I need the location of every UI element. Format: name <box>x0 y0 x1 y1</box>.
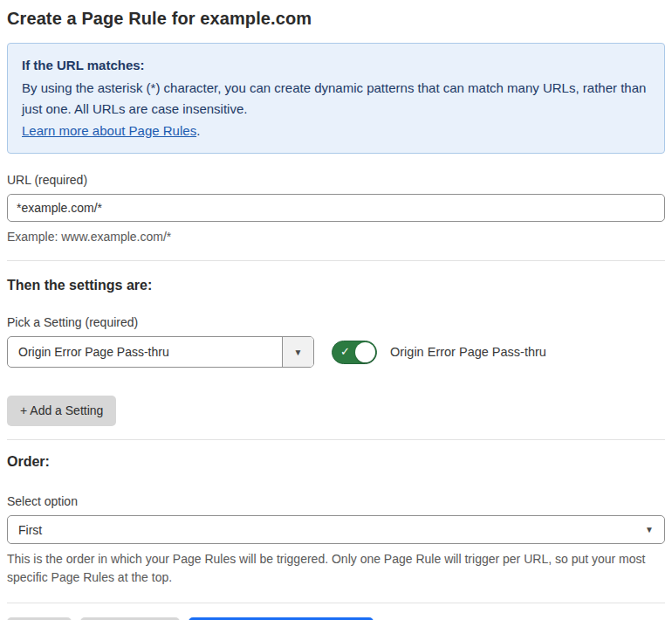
select-option-label: Select option <box>7 494 665 508</box>
page-rule-form: Create a Page Rule for example.com If th… <box>0 0 672 620</box>
footer-divider <box>7 603 665 603</box>
check-icon: ✓ <box>340 347 350 358</box>
add-setting-button[interactable]: + Add a Setting <box>7 396 116 426</box>
order-select[interactable]: First ▼ <box>7 515 665 544</box>
url-field-label: URL (required) <box>7 173 665 187</box>
caret-down-icon: ▼ <box>294 348 303 357</box>
setting-dropdown-value: Origin Error Page Pass-thru <box>8 337 282 367</box>
caret-down-icon: ▼ <box>645 525 654 534</box>
info-box-heading: If the URL matches: <box>22 55 650 75</box>
info-link-line: Learn more about Page Rules. <box>22 121 650 141</box>
toggle-label: Origin Error Page Pass-thru <box>390 345 546 359</box>
order-section-heading: Order: <box>7 454 665 470</box>
url-example-helper: Example: www.example.com/* <box>7 228 665 245</box>
section-divider-2 <box>7 439 665 440</box>
toggle-knob <box>355 342 375 362</box>
setting-row: Origin Error Page Pass-thru ▼ ✓ Origin E… <box>7 336 665 368</box>
url-match-info-box: If the URL matches: By using the asteris… <box>7 43 665 154</box>
page-title: Create a Page Rule for example.com <box>7 9 665 29</box>
url-input[interactable] <box>7 194 665 222</box>
origin-error-toggle[interactable]: ✓ <box>332 341 377 364</box>
learn-more-link[interactable]: Learn more about Page Rules <box>22 123 196 138</box>
order-helper-text: This is the order in which your Page Rul… <box>7 550 665 587</box>
setting-dropdown-button[interactable]: ▼ <box>282 337 313 367</box>
setting-dropdown[interactable]: Origin Error Page Pass-thru ▼ <box>7 336 314 368</box>
pick-setting-label: Pick a Setting (required) <box>7 315 665 329</box>
link-period: . <box>196 123 200 138</box>
section-divider <box>7 260 665 261</box>
settings-section-heading: Then the settings are: <box>7 278 665 293</box>
info-box-body: By using the asterisk (*) character, you… <box>22 78 650 119</box>
setting-toggle-wrap: ✓ Origin Error Page Pass-thru <box>332 341 546 364</box>
order-select-value: First <box>18 523 42 537</box>
